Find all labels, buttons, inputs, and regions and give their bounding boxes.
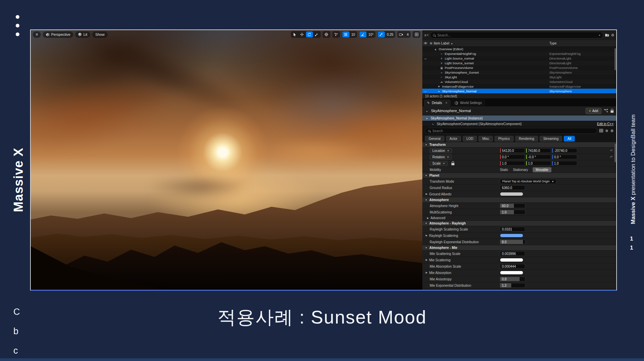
rayleigh-scattering-scale-field[interactable]: 0.0331 [500,227,525,232]
perspective-button[interactable]: Perspective [43,31,73,38]
scale-tool-icon[interactable] [313,31,320,37]
scale-lock-icon[interactable] [451,163,454,165]
pill-streaming[interactable]: Streaming [540,136,562,142]
outliner-row-overview[interactable]: ▲Overview (Editor) [422,47,616,52]
outliner-row-skyatmosphere-sunset[interactable]: ◒SkyAtmosphere_Sunset SkyAtmosphere [422,70,616,75]
details-scrollbar[interactable] [615,144,616,162]
grid-snap-icon[interactable] [342,31,349,37]
add-component-button[interactable]: + Add [585,108,602,114]
atmosphere-height-slider[interactable]: 60.0 [500,203,525,208]
outliner-search-input[interactable]: Search... ▾ [430,32,603,38]
pill-all[interactable]: All [564,136,575,142]
pill-lod[interactable]: LOD [463,136,477,142]
scale-z-field[interactable]: 1.0 [552,161,577,166]
scale-snap-icon[interactable] [378,31,385,37]
pill-misc[interactable]: Misc [478,136,493,142]
expand-arrow-icon[interactable]: ▶ [426,234,427,237]
outliner-row-light-source-sunset[interactable]: ☀Light Source_sunset DirectionalLight [422,61,616,66]
section-atmosphere-mie[interactable]: ▼Atmosphere - Mie [422,245,616,251]
ground-radius-field[interactable]: 6360.0 [500,185,525,190]
outliner-row-volumetriccloud[interactable]: ☁VolumetricCloud VolumetricCloud [422,79,616,84]
new-folder-icon[interactable] [605,33,609,37]
lit-button[interactable]: Lit [75,31,90,38]
mobility-stationary[interactable]: Stationary [513,168,528,172]
transform-mode-dropdown[interactable]: Planet Top at Absolute World Origin▼ [500,179,556,184]
outliner-filter-button[interactable]: ≡▾ [424,33,428,37]
rotate-tool-icon[interactable] [306,31,313,37]
mie-absorption-swatch[interactable] [500,271,523,275]
pill-actor[interactable]: Actor [446,136,461,142]
camera-speed-value[interactable]: 4 [405,33,410,36]
row-advanced[interactable]: ▶Advanced [422,215,616,221]
select-tool-icon[interactable] [291,31,298,37]
rayleigh-scattering-swatch[interactable] [500,234,523,238]
mobility-movable-selected[interactable]: Movable [533,167,551,172]
camera-speed-icon[interactable] [398,31,405,37]
rotation-y-field[interactable]: -0.0 ° [526,155,551,159]
outliner-row-instancedfoliageactor[interactable]: ♣InstancedFoliageActor InstancedFoliageA… [422,84,616,89]
favorites-star-icon[interactable]: ✲ [605,129,608,133]
rayleigh-exp-distribution-slider[interactable]: 8.0 [500,240,525,244]
mie-scattering-swatch[interactable] [500,258,523,262]
angle-snap-value[interactable]: 10° [367,33,375,36]
details-settings-gear-icon[interactable]: ⚙ [610,129,614,133]
visibility-column-eye-icon[interactable] [422,41,428,45]
type-column[interactable]: Type [549,41,557,45]
expand-arrow-icon[interactable]: ▶ [426,193,427,195]
viewport-menu-button[interactable]: ≡ [33,31,41,38]
mie-absorption-scale-field[interactable]: 0.000444 [500,264,525,269]
display-mode-icon[interactable] [599,129,603,133]
multiscattering-slider[interactable]: 1.0 [500,210,525,214]
expand-arrow-icon[interactable]: ▶ [427,217,429,219]
item-label-column[interactable]: Item Label [434,41,449,45]
snap-settings-icon[interactable] [333,31,340,37]
maximize-viewport-icon[interactable] [413,31,420,37]
outliner-scrollbar[interactable] [615,48,616,70]
section-atmosphere[interactable]: ▼Atmosphere [422,197,616,203]
ground-albedo-swatch[interactable] [500,192,523,196]
angle-snap-icon[interactable] [359,31,366,37]
pill-general[interactable]: General [425,136,444,142]
favorite-column-star-icon[interactable]: ✲ [428,41,434,45]
rotation-x-field[interactable]: 0.0 ° [500,155,525,159]
pill-rendering[interactable]: Rendering [515,136,538,142]
outliner-row-exponentialheightfog[interactable]: ≈ExponentialHeightFog ExponentialHeightF… [422,52,616,56]
expand-arrow-icon[interactable]: ▶ [426,271,427,274]
mie-exp-distribution-slider[interactable]: 1.2 [500,283,525,288]
outliner-row-skyatmosphere-normal-selected[interactable]: ◒SkyAtmosphere_Normal SkyAtmosphere [422,89,616,93]
location-dropdown[interactable]: Location▼ [430,148,452,153]
location-z-field[interactable]: -20740.0 [552,148,577,153]
browse-hierarchy-icon[interactable] [604,109,608,113]
lock-icon[interactable] [611,110,614,113]
component-row[interactable]: ◒ SkyAtmosphereComponent (SkyAtmosphereC… [422,121,616,127]
mie-scattering-scale-field[interactable]: 0.003996 [500,251,525,256]
section-atmosphere-rayleigh[interactable]: ▼Atmosphere - Rayleigh [422,221,616,226]
viewport-3d[interactable]: ≡ Perspective Lit Show [31,30,422,290]
outliner-row-postprocessvolume[interactable]: ▣PostProcessVolume PostProcessVolume [422,66,616,70]
scale-snap-value[interactable]: 0.25 [385,33,395,36]
location-x-field[interactable]: 54120.0 [500,148,525,153]
pill-physics[interactable]: Physics [495,136,513,142]
outliner-row-light-source-normal[interactable]: ☀Light Source_normal DirectionalLight [422,56,616,61]
grid-snap-value[interactable]: 10 [350,33,357,36]
outliner-row-skylight[interactable]: ☼SkyLight SkyLight [422,75,616,79]
instance-row[interactable]: ◒ SkyAtmosphere_Normal (Instance) [422,115,616,121]
section-transform[interactable]: ▼Transform [422,142,616,148]
section-planet[interactable]: ▼Planet [422,173,616,178]
mobility-static[interactable]: Static [500,168,508,172]
rotation-z-field[interactable]: 0.0 ° [552,155,577,159]
world-space-icon[interactable] [323,31,330,37]
mie-anisotropy-slider[interactable]: 0.8 [500,277,525,281]
rotation-dropdown[interactable]: Rotation▼ [430,155,452,160]
tab-details[interactable]: ✎ Details × [424,99,451,106]
reset-icon[interactable]: ↶ [610,155,614,159]
move-tool-icon[interactable] [299,31,306,37]
details-search-input[interactable]: Search [425,128,597,134]
edit-in-cpp-link[interactable]: Edit in C++ [597,122,614,126]
show-button[interactable]: Show [92,31,108,38]
outliner-settings-gear-icon[interactable]: ⚙ [611,33,614,37]
scale-x-field[interactable]: 1.0 [500,161,525,166]
expand-arrow-icon[interactable]: ▶ [426,259,427,261]
reset-icon[interactable]: ↶ [610,149,614,153]
location-y-field[interactable]: 74180.0 [526,148,551,153]
